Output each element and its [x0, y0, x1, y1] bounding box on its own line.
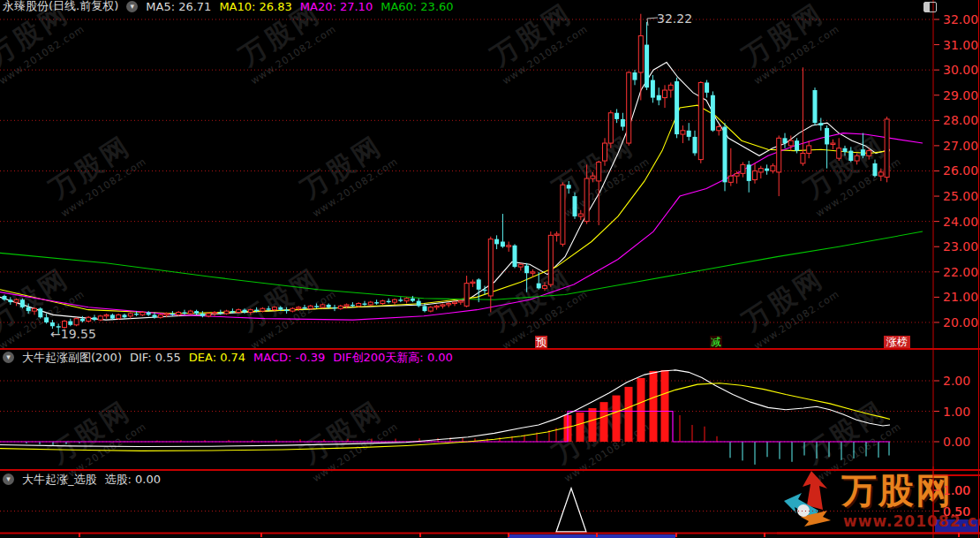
dif-value-label: DIF: 0.55 — [130, 351, 181, 364]
gainers-badge[interactable]: 涨榜 — [884, 336, 910, 348]
svg-text:29.00: 29.00 — [943, 88, 978, 102]
select-value-label: 选股: 0.00 — [105, 472, 161, 488]
svg-text:2.00: 2.00 — [943, 374, 970, 388]
svg-text:24.00: 24.00 — [943, 215, 978, 229]
forecast-badge[interactable]: 预 — [535, 336, 547, 348]
ma10-label: MA10: 26.83 — [219, 0, 291, 13]
ma20-label: MA20: 27.10 — [300, 0, 373, 13]
select-panel-title: 大牛起涨_选股 — [22, 472, 97, 488]
chevron-down-icon[interactable]: ▾ — [126, 1, 138, 12]
low-price-annotation: ←19.55 — [50, 327, 96, 341]
select-signal-triangle — [556, 489, 586, 532]
svg-text:25.00: 25.00 — [943, 189, 978, 203]
title-bar: 永臻股份(日线.前复权) ▾ MA5: 26.71 MA10: 26.83 MA… — [3, 0, 454, 12]
select-panel-header: ▾ 大牛起涨_选股 选股: 0.00 — [3, 473, 161, 486]
signal-step-line — [0, 412, 890, 443]
svg-text:31.00: 31.00 — [943, 38, 978, 52]
axis-corner-overlay: 1.000.50 — [777, 466, 980, 538]
chart-canvas[interactable]: 32.0031.0030.0029.0028.0027.0026.0025.00… — [0, 0, 980, 538]
svg-text:20.00: 20.00 — [943, 315, 978, 330]
svg-text:32.00: 32.00 — [943, 12, 978, 27]
chevron-down-icon[interactable]: ▾ — [3, 352, 14, 363]
stock-title: 永臻股份(日线.前复权) — [3, 0, 118, 14]
ma-line-ma10 — [0, 105, 890, 314]
macd-panel-title: 大牛起涨副图(200) — [22, 350, 122, 366]
svg-text:21.00: 21.00 — [943, 290, 978, 304]
dea-line — [0, 383, 890, 451]
svg-text:26.00: 26.00 — [943, 163, 978, 178]
ma60-label: MA60: 23.60 — [381, 0, 453, 13]
macd-panel-header: ▾ 大牛起涨副图(200) DIF: 0.55 DEA: 0.74 MACD: … — [3, 351, 453, 364]
dif-line — [0, 370, 890, 447]
ma5-label: MA5: 26.71 — [146, 0, 211, 13]
macd-value-label: MACD: -0.39 — [253, 351, 325, 364]
svg-text:30.00: 30.00 — [943, 63, 978, 77]
svg-text:1.00: 1.00 — [943, 405, 970, 419]
svg-text:27.00: 27.00 — [943, 139, 978, 153]
ma-line-ma20 — [0, 133, 923, 320]
layout-toggle-icon[interactable] — [923, 2, 937, 12]
svg-text:28.00: 28.00 — [943, 113, 978, 127]
svg-text:1.00: 1.00 — [943, 483, 970, 497]
svg-text:0.50: 0.50 — [943, 504, 970, 519]
svg-text:22.00: 22.00 — [943, 265, 978, 279]
high-price-annotation: 32.22 — [657, 11, 692, 26]
svg-text:0.00: 0.00 — [943, 435, 970, 449]
chevron-down-icon[interactable]: ▾ — [3, 474, 14, 485]
reduce-badge[interactable]: 减 — [710, 336, 722, 348]
stock-app-screen: 万股网www.201082.com万股网www.201082.com万股网www… — [0, 0, 980, 538]
ma-line-ma60 — [0, 231, 923, 299]
svg-text:23.00: 23.00 — [943, 239, 978, 254]
ma-line-ma5 — [0, 63, 890, 321]
dea-value-label: DEA: 0.74 — [189, 351, 245, 364]
dif-newhigh-label: DIF创200天新高: 0.00 — [333, 350, 453, 366]
